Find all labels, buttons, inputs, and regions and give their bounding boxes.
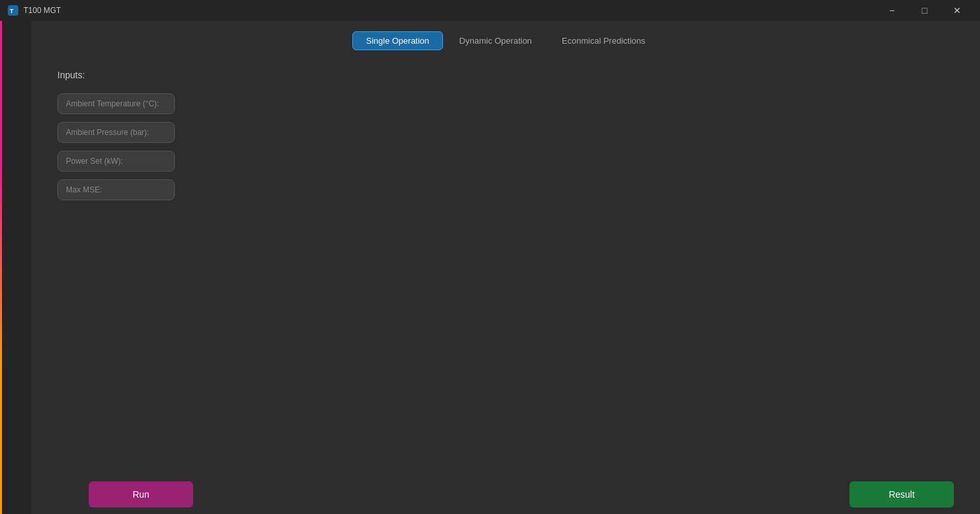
- bottom-bar: Run Result: [63, 475, 980, 514]
- app-title: T100 MGT: [23, 6, 61, 15]
- minimize-button[interactable]: −: [877, 0, 907, 21]
- titlebar-controls: − □ ✕: [877, 0, 972, 21]
- close-button[interactable]: ✕: [942, 0, 972, 21]
- tab-bar: Single Operation Dynamic Operation Econm…: [31, 21, 980, 50]
- main-content: Single Operation Dynamic Operation Econm…: [31, 21, 980, 514]
- content-area: Inputs:: [31, 50, 980, 514]
- tab-single-operation[interactable]: Single Operation: [352, 31, 443, 50]
- app-icon: T: [8, 5, 18, 16]
- power-set-input[interactable]: [57, 151, 175, 172]
- sidebar: [0, 21, 31, 514]
- inputs-container: [57, 93, 188, 200]
- titlebar-left: T T100 MGT: [8, 5, 61, 16]
- inputs-label: Inputs:: [57, 70, 954, 80]
- max-mse-input[interactable]: [57, 179, 175, 200]
- sidebar-accent: [0, 21, 2, 514]
- ambient-pressure-input[interactable]: [57, 122, 175, 143]
- result-button[interactable]: Result: [850, 481, 954, 507]
- ambient-temperature-input[interactable]: [57, 93, 175, 114]
- tab-economical-predictions[interactable]: Econmical Predictions: [548, 31, 659, 50]
- run-button[interactable]: Run: [89, 481, 193, 507]
- titlebar: T T100 MGT − □ ✕: [0, 0, 980, 21]
- svg-text:T: T: [10, 8, 14, 14]
- maximize-button[interactable]: □: [910, 0, 940, 21]
- tab-dynamic-operation[interactable]: Dynamic Operation: [446, 31, 545, 50]
